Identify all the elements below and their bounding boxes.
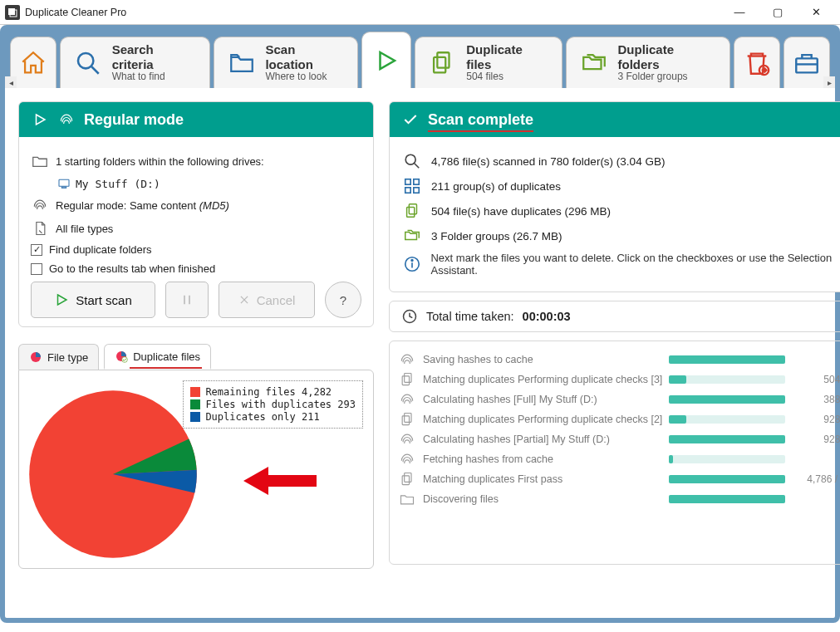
filetypes-text: All file types — [56, 223, 113, 235]
svg-marker-12 — [58, 295, 67, 305]
pie-chart — [26, 387, 200, 561]
progress-bar — [669, 415, 785, 424]
progress-count: 0 — [792, 453, 840, 465]
home-icon — [17, 47, 49, 79]
tab-home[interactable] — [10, 37, 56, 88]
progress-bar — [669, 435, 785, 443]
tabstrip-right-arrow[interactable]: ▸ — [823, 76, 835, 88]
tab-sublabel: Where to look — [265, 71, 346, 83]
fingerprint-icon — [398, 431, 416, 448]
svg-line-23 — [415, 164, 420, 169]
stat-scanned: 4,786 file(s) scanned in 780 folder(s) (… — [431, 155, 665, 168]
folders-icon — [578, 47, 610, 79]
svg-rect-34 — [405, 374, 411, 383]
file-icon — [31, 220, 49, 237]
info-icon — [401, 255, 422, 273]
pie-chart-panel: Remaining files 4,282 Files with duplica… — [18, 370, 374, 569]
progress-row: Calculating hashes [Full] My Stuff (D:)3… — [398, 391, 840, 408]
goto-results-label: Go to the results tab when finished — [49, 262, 215, 275]
tab-duplicate-files[interactable]: Duplicate files 504 files — [415, 37, 562, 88]
progress-row: Discovering files — [398, 491, 840, 507]
fingerprint-icon — [31, 197, 49, 213]
clock-icon — [401, 308, 418, 325]
find-dup-folders-checkbox[interactable]: ✓ — [31, 244, 42, 256]
main-tabbar: ◂ Search criteria What to find Scan loca… — [5, 30, 835, 88]
svg-rect-8 — [796, 58, 818, 72]
svg-rect-5 — [438, 52, 449, 67]
fingerprint-icon — [398, 391, 416, 408]
svg-marker-4 — [380, 52, 395, 69]
subtab-duplicate-files[interactable]: Duplicate files — [104, 344, 211, 370]
progress-label: Matching duplicates First pass — [423, 473, 662, 485]
scan-complete-panel: Scan complete 4,786 file(s) scanned in 7… — [389, 101, 840, 292]
svg-rect-38 — [405, 473, 411, 483]
svg-rect-10 — [59, 179, 69, 186]
tab-duplicate-folders[interactable]: Duplicate folders 3 Folder groups — [566, 37, 730, 88]
tab-sublabel: 504 files — [466, 71, 550, 83]
tab-scan[interactable] — [361, 32, 411, 88]
play-outline-icon — [31, 110, 49, 129]
svg-rect-28 — [409, 204, 416, 214]
magnifier-icon — [401, 152, 423, 170]
window-minimize-button[interactable]: — — [720, 0, 759, 25]
start-scan-button[interactable]: Start scan — [31, 282, 155, 318]
files-icon — [427, 47, 459, 79]
svg-rect-0 — [8, 8, 15, 15]
progress-count: 4,786 / 4,786 — [792, 473, 840, 485]
window-maximize-button[interactable]: ▢ — [759, 0, 797, 25]
svg-marker-21 — [243, 467, 317, 495]
svg-rect-27 — [414, 188, 419, 193]
title-bar: Duplicate Cleaner Pro — ▢ ✕ — [0, 0, 840, 25]
tab-sublabel: What to find — [112, 71, 198, 83]
fingerprint-icon — [398, 351, 416, 368]
progress-row: Calculating hashes [Partial] My Stuff (D… — [398, 431, 840, 448]
mode-desc: Regular mode: Same content (MD5) — [56, 199, 229, 212]
cancel-button[interactable]: Cancel — [219, 282, 315, 318]
progress-row: Matching duplicates Performing duplicate… — [398, 411, 840, 428]
progress-bar — [669, 355, 785, 364]
progress-row: Matching duplicates First pass4,786 / 4,… — [398, 471, 840, 487]
fingerprint-icon — [57, 110, 76, 129]
progress-count: 928 / 928 — [792, 434, 840, 445]
tab-delete[interactable] — [734, 37, 780, 88]
tab-label: Duplicate files — [466, 42, 550, 71]
svg-rect-11 — [61, 187, 66, 188]
tab-label: Duplicate folders — [618, 42, 718, 71]
mode-title: Regular mode — [84, 111, 184, 129]
progress-bar — [669, 375, 785, 384]
tabstrip-left-arrow[interactable]: ◂ — [5, 76, 17, 88]
subtab-file-type[interactable]: File type — [18, 344, 99, 370]
pause-button[interactable] — [165, 282, 209, 318]
svg-rect-37 — [402, 416, 409, 425]
goto-results-checkbox[interactable] — [31, 263, 42, 275]
svg-point-22 — [405, 154, 415, 164]
progress-label: Fetching hashes from cache — [423, 453, 662, 465]
trash-icon — [741, 47, 773, 79]
progress-label: Calculating hashes [Partial] My Stuff (D… — [423, 434, 662, 445]
app-title: Duplicate Cleaner Pro — [25, 7, 720, 18]
svg-line-3 — [91, 66, 99, 74]
time-label: Total time taken: — [426, 310, 514, 323]
drive-path: My Stuff (D:) — [76, 178, 160, 190]
svg-point-2 — [78, 52, 93, 67]
stat-hint: Next mark the files you want to delete. … — [430, 252, 840, 277]
grid-icon — [401, 177, 423, 195]
progress-count: 928 / 928 — [792, 414, 840, 425]
svg-rect-24 — [405, 179, 410, 184]
svg-rect-25 — [414, 179, 419, 184]
files-icon — [398, 471, 416, 487]
progress-count: 504 / 504 — [792, 374, 840, 385]
window-close-button[interactable]: ✕ — [797, 0, 835, 25]
progress-bar — [669, 495, 785, 503]
stat-dupfiles: 504 file(s) have duplicates (296 MB) — [431, 205, 611, 218]
tab-scan-location[interactable]: Scan location Where to look — [214, 37, 358, 88]
progress-label: Saving hashes to cache — [423, 354, 662, 365]
tab-search-criteria[interactable]: Search criteria What to find — [60, 37, 210, 88]
stat-groups: 211 group(s) of duplicates — [431, 180, 561, 193]
pie-icon — [29, 350, 42, 364]
progress-bar — [669, 395, 785, 404]
progress-bar — [669, 475, 785, 483]
files-icon — [398, 371, 416, 388]
progress-row: Matching duplicates Performing duplicate… — [398, 371, 840, 388]
help-button[interactable]: ? — [325, 282, 361, 318]
